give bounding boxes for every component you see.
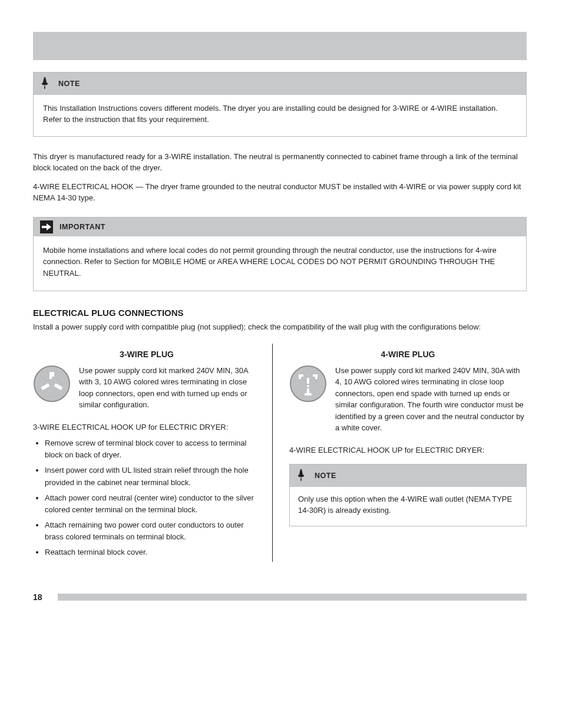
paragraph-3wire: This dryer is manufactured ready for a 3…	[33, 151, 527, 174]
paragraph-4wire: 4-WIRE ELECTRICAL HOOK — The dryer frame…	[33, 181, 527, 204]
svg-rect-11	[305, 393, 312, 396]
outlet-3wire-icon	[33, 365, 71, 405]
note-label-1: NOTE	[58, 80, 80, 88]
svg-point-4	[34, 366, 70, 401]
svg-rect-12	[300, 469, 302, 471]
outlet-4wire-icon	[289, 365, 327, 405]
pushpin-icon	[293, 468, 309, 483]
step-3wire-2: Insert power cord with UL listed strain …	[45, 465, 260, 488]
steps-3wire: Remove screw of terminal block cover to …	[33, 437, 260, 558]
step-3wire-3: Attach power cord neutral (center wire) …	[45, 492, 260, 516]
heading-4wire-plug: 4-WIRE PLUG	[289, 350, 527, 359]
desc-3wire: Use power supply cord kit marked 240V MI…	[79, 365, 260, 411]
section-paragraph-plug: Install a power supply cord with compati…	[33, 321, 527, 333]
svg-rect-3	[42, 226, 47, 228]
note-head-2: NOTE	[290, 465, 526, 487]
desc-4wire: Use power supply cord kit marked 240V MI…	[335, 365, 527, 434]
step-3wire-5: Reattach terminal block cover.	[45, 546, 260, 558]
column-4wire: 4-WIRE PLUG	[287, 344, 527, 562]
page-footer: 18	[33, 592, 527, 602]
page-number: 18	[33, 592, 49, 602]
note-box-1: NOTE This Installation Instructions cove…	[33, 72, 527, 137]
svg-point-9	[307, 385, 309, 387]
step-3wire-4: Attach remaining two power cord outer co…	[45, 519, 260, 543]
lead-3wire: 3-WIRE ELECTRICAL HOOK UP for ELECTRIC D…	[33, 421, 260, 433]
note-head-1: NOTE	[34, 73, 526, 95]
svg-rect-10	[307, 388, 309, 393]
lead-4wire: 4-WIRE ELECTRICAL HOOK UP for ELECTRIC D…	[289, 444, 527, 456]
important-head: IMPORTANT	[34, 218, 526, 236]
svg-rect-8	[307, 378, 309, 384]
heading-3wire-plug: 3-WIRE PLUG	[33, 350, 260, 359]
note-body-2: Only use this option when the 4-WIRE wal…	[290, 487, 526, 526]
note-label-2: NOTE	[315, 472, 336, 480]
note-box-2: NOTE Only use this option when the 4-WIR…	[289, 464, 527, 526]
section-heading-plug: ELECTRICAL PLUG CONNECTIONS	[33, 308, 527, 318]
footer-bar	[58, 594, 527, 601]
section-banner	[33, 32, 527, 60]
arrow-right-icon	[39, 220, 54, 234]
column-3wire: 3-WIRE PLUG Use power supply co	[33, 344, 273, 562]
note-body-1: This Installation Instructions covers di…	[34, 95, 526, 136]
important-body: Mobile home installations and where loca…	[34, 236, 526, 291]
important-label: IMPORTANT	[59, 223, 105, 231]
svg-rect-0	[44, 77, 46, 79]
step-3wire-1: Remove screw of terminal block cover to …	[45, 437, 260, 461]
important-box: IMPORTANT Mobile home installations and …	[33, 217, 527, 292]
pushpin-icon	[37, 76, 52, 91]
